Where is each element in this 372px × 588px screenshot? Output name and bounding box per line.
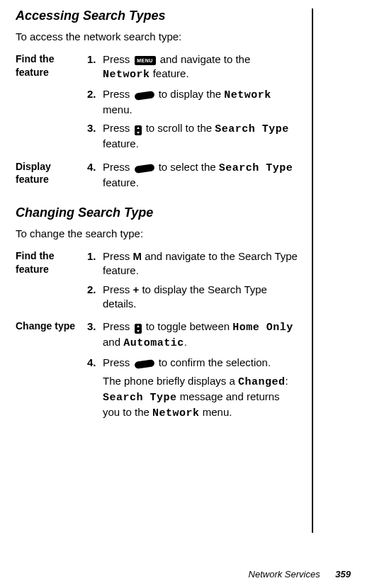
mono-text: Search Type (215, 123, 289, 135)
menu-icon: MENU (135, 56, 156, 65)
steps-group: 3. Press to toggle between Home Only and… (87, 320, 299, 426)
step: 3. Press to toggle between Home Only and… (87, 320, 299, 351)
step-text: Press to select the Search Type feature. (103, 160, 299, 191)
step-text: Press to toggle between Home Only and Au… (103, 320, 299, 351)
steps-group: 1. Press M and navigate to the Search Ty… (87, 249, 299, 315)
text: Press (103, 283, 133, 295)
step-text: Press M and navigate to the Search Type … (103, 249, 299, 278)
text: Press (103, 356, 133, 368)
softkey-icon (134, 164, 154, 174)
text: and (103, 336, 123, 348)
result-text: The phone briefly displays a Changed: Se… (103, 374, 299, 422)
intro-changing: To change the search type: (16, 227, 299, 239)
text: Press (103, 53, 133, 65)
step: 1. Press MENU and navigate to the Networ… (87, 52, 299, 83)
steps-group: 1. Press MENU and navigate to the Networ… (87, 52, 299, 156)
text: Press (103, 250, 133, 262)
footer-section: Network Services (249, 569, 320, 579)
text: menu. (200, 406, 232, 418)
steps-group: 4. Press to select the Search Type featu… (87, 160, 299, 195)
step-text: Press to confirm the selection. (103, 356, 299, 370)
step-number: 4. (87, 356, 103, 370)
step-number: 2. (87, 87, 103, 101)
text: to display the (156, 88, 225, 100)
phase-label: Find the feature (16, 249, 87, 276)
step-number: 1. (87, 249, 103, 264)
step-number: 4. (87, 160, 103, 174)
text: to confirm the selection. (156, 356, 271, 368)
text: feature. (103, 137, 139, 149)
text: Press (103, 122, 133, 134)
text: : (285, 375, 288, 387)
text: to toggle between (143, 320, 233, 332)
softkey-icon (134, 359, 154, 369)
phase-label: Find the feature (16, 52, 87, 79)
step: 4. Press to confirm the selection. (87, 356, 299, 370)
softkey-icon (134, 91, 154, 101)
mono-text: Changed (238, 376, 286, 388)
menu-key-icon: M (133, 250, 142, 262)
step-text: Press + to display the Search Type detai… (103, 283, 299, 312)
step-text: Press to scroll to the Search Type featu… (103, 121, 299, 152)
phase-find-feature-2: Find the feature 1. Press M and navigate… (16, 249, 299, 315)
step-text: Press MENU and navigate to the Network f… (103, 52, 299, 83)
step-number: 1. (87, 52, 103, 67)
page-number: 359 (335, 569, 351, 579)
mono-text: Search Type (219, 162, 293, 174)
step-text: Press to display the Network menu. (103, 87, 299, 118)
step: 1. Press M and navigate to the Search Ty… (87, 249, 299, 278)
mono-text: Network (224, 89, 271, 101)
page: Accessing Search Types To access the net… (0, 0, 372, 588)
intro-accessing: To access the network search type: (16, 30, 299, 43)
text: menu. (103, 103, 133, 115)
text: feature. (150, 67, 189, 79)
phase-label: Change type (16, 320, 87, 333)
step-number: 2. (87, 283, 103, 297)
phase-label: Display feature (16, 160, 87, 187)
text: to select the (156, 161, 219, 173)
text: Press (103, 88, 133, 100)
phase-display-feature: Display feature 4. Press to select the S… (16, 160, 299, 195)
phase-find-feature-1: Find the feature 1. Press MENU and navig… (16, 52, 299, 156)
mono-text: Automatic (123, 337, 184, 349)
step: 3. Press to scroll to the Search Type fe… (87, 121, 299, 152)
text: Press (103, 161, 133, 173)
step: 4. Press to select the Search Type featu… (87, 160, 299, 191)
text: . (184, 336, 187, 348)
content-column: Accessing Search Types To access the net… (16, 9, 313, 533)
plus-icon: + (133, 283, 140, 295)
step-number: 3. (87, 121, 103, 135)
text: The phone briefly displays a (103, 375, 238, 387)
mono-text: Network (103, 69, 150, 81)
heading-accessing: Accessing Search Types (16, 9, 299, 23)
step-number: 3. (87, 320, 103, 334)
scroll-icon (135, 324, 142, 334)
page-footer: Network Services 359 (249, 569, 351, 579)
scroll-icon (135, 125, 142, 135)
text: to scroll to the (143, 122, 215, 134)
mono-text: Search Type (103, 392, 177, 404)
heading-changing: Changing Search Type (16, 205, 299, 220)
mono-text: Home Only (232, 322, 293, 334)
text: and navigate to the (157, 53, 251, 65)
mono-text: Network (152, 407, 200, 419)
text: Press (103, 320, 133, 332)
step: 2. Press to display the Network menu. (87, 87, 299, 118)
phase-change-type: Change type 3. Press to toggle between H… (16, 320, 299, 426)
step: 2. Press + to display the Search Type de… (87, 283, 299, 312)
text: feature. (103, 176, 139, 188)
